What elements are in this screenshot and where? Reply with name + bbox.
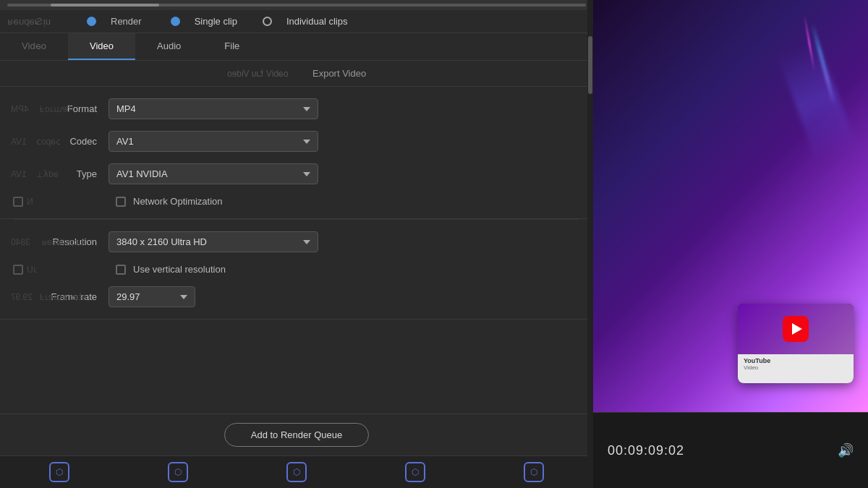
resolution-value: 3840 x 2160 Ultra HD xyxy=(116,236,207,247)
codec-select[interactable]: AV1 xyxy=(109,131,318,152)
individual-clips-label: Individual clips xyxy=(286,16,348,27)
ghost-vertical-checkbox xyxy=(13,265,23,275)
type-value: AV1 NVIDIA xyxy=(116,168,168,179)
network-opt-label: Network Optimization xyxy=(133,196,223,207)
yt-card-title: YouTube xyxy=(744,357,848,364)
use-vertical-label: Use vertical resolution xyxy=(133,264,226,275)
format-control: MP4 xyxy=(109,98,579,119)
use-vertical-checkbox[interactable] xyxy=(116,265,126,275)
format-value: MP4 xyxy=(116,103,136,114)
bottom-icon-1[interactable]: ⬡ xyxy=(49,462,69,482)
use-vertical-row: ɹU Use vertical resolution xyxy=(0,258,593,281)
yt-card-info: YouTube Video xyxy=(738,354,854,383)
type-chevron-icon xyxy=(303,172,310,176)
ghost-vertical-label: ɹU xyxy=(27,265,37,275)
codec-chevron-icon xyxy=(303,140,310,144)
ghost-format-value: 4PM xyxy=(11,104,29,114)
settings-tabs: oəbiV Video Audio File xyxy=(0,33,593,61)
tab-audio[interactable]: Audio xyxy=(135,33,203,60)
volume-icon[interactable]: 🔊 xyxy=(838,442,854,458)
add-to-render-queue-button[interactable]: Add to Render Queue xyxy=(224,423,369,447)
bottom-icon-4[interactable]: ⬡ xyxy=(405,462,425,482)
resolution-row: 3840 uoᴉʇnlosəᴚ Resolution 3840 x 2160 U… xyxy=(0,226,593,258)
single-clip-radio[interactable] xyxy=(87,17,96,26)
frame-rate-chevron-icon xyxy=(180,295,187,299)
ghost-codec-label: ɔəpoɔ xyxy=(36,137,61,147)
tab-video[interactable]: Video xyxy=(68,33,135,60)
ghost-fps-label: əṫɐɹ əɯɐɹℲ xyxy=(40,292,87,302)
render-queue-label: Add to Render Queue xyxy=(251,429,342,440)
yt-card-subtitle: Video xyxy=(744,364,848,371)
format-section: 4PM ṫɐɯɹoℲ Format MP4 1VA ɔəpoɔ Codec A xyxy=(0,87,593,219)
ghost-render-label: ɹəpuəᴚ xyxy=(7,16,38,27)
format-select[interactable]: MP4 xyxy=(109,98,318,119)
top-scrollbar[interactable] xyxy=(0,0,593,10)
codec-value: AV1 xyxy=(116,136,134,147)
yt-card-thumbnail xyxy=(738,304,854,354)
timecode-display: 00:09:09:02 xyxy=(608,443,684,458)
type-row: 1VA ədʎ⊥ Type AV1 NVIDIA xyxy=(0,158,593,190)
yt-play-triangle-icon xyxy=(792,323,802,335)
ghost-codec-value: 1VA xyxy=(11,137,27,147)
bottom-icon-3[interactable]: ⬡ xyxy=(286,462,307,482)
network-opt-row: N Network Optimization xyxy=(0,190,593,213)
ghost-res-value: 3840 xyxy=(11,237,30,247)
resolution-select[interactable]: 3840 x 2160 Ultra HD xyxy=(109,231,318,252)
yt-play-button xyxy=(783,316,809,342)
network-opt-checkbox[interactable] xyxy=(116,197,126,207)
codec-control: AV1 xyxy=(109,131,579,152)
single-clip-label: Single clip xyxy=(195,16,237,27)
format-chevron-icon xyxy=(303,107,310,111)
ghost-format-label: ṫɐɯɹoℲ xyxy=(40,104,71,114)
timeline-bar: 00:09:09:02 🔊 xyxy=(593,412,868,488)
ghost-single-label: uᴉS xyxy=(36,16,51,27)
frame-rate-row: 29.97 əṫɐɹ əɯɐɹℲ Frame rate 29.97 xyxy=(0,281,593,313)
bottom-icon-5[interactable]: ⬡ xyxy=(524,462,544,482)
neon-glow xyxy=(777,40,857,163)
codec-label: Codec xyxy=(14,136,109,147)
tab-video-ghost[interactable]: oəbiV xyxy=(0,33,68,60)
ghost-network-label: N xyxy=(27,197,33,207)
codec-row: 1VA ɔəpoɔ Codec AV1 xyxy=(0,125,593,158)
format-row: 4PM ṫɐɯɹoℲ Format MP4 xyxy=(0,93,593,125)
ghost-res-label: uoᴉʇnlosəᴚ xyxy=(42,237,83,247)
panel-scrollbar[interactable] xyxy=(587,0,593,488)
bottom-icon-2[interactable]: ⬡ xyxy=(168,462,188,482)
type-control: AV1 NVIDIA xyxy=(109,163,579,184)
export-video-label: Export Video xyxy=(312,68,366,79)
tab-file[interactable]: File xyxy=(203,33,261,60)
video-preview-panel: YouTube Video 00:09:09:02 🔊 xyxy=(593,0,868,488)
resolution-chevron-icon xyxy=(303,240,310,244)
individual-clips-radio[interactable] xyxy=(263,17,272,26)
single-clip-radio2[interactable] xyxy=(171,17,180,26)
bottom-icons-bar: ⬡ ⬡ ⬡ ⬡ ⬡ xyxy=(0,455,593,488)
ghost-fps-value: 29.97 xyxy=(11,292,33,302)
ghost-network-checkbox xyxy=(13,197,23,207)
ghost-type-value: 1VA xyxy=(11,169,27,179)
youtube-card: YouTube Video xyxy=(738,304,854,383)
render-options-row: ɹəpuəᴚ uᴉS Render Single clip Individual… xyxy=(0,10,593,33)
type-label: Type xyxy=(14,168,109,179)
resolution-section: 3840 uoᴉʇnlosəᴚ Resolution 3840 x 2160 U… xyxy=(0,220,593,320)
frame-rate-value: 29.97 xyxy=(116,291,140,302)
frame-rate-select[interactable]: 29.97 xyxy=(109,286,195,307)
video-preview: YouTube Video xyxy=(593,0,868,412)
resolution-control: 3840 x 2160 Ultra HD xyxy=(109,231,579,252)
ghost-type-label: ədʎ⊥ xyxy=(36,169,59,179)
section-header: oəbiV ṫɹu Video Export Video xyxy=(0,61,593,87)
export-settings-panel: ɹəpuəᴚ uᴉS Render Single clip Individual… xyxy=(0,0,593,488)
type-select[interactable]: AV1 NVIDIA xyxy=(109,163,318,184)
render-label: Render xyxy=(111,16,142,27)
bottom-action-bar: Add to Render Queue xyxy=(0,414,593,455)
scrollbar-thumb xyxy=(588,36,592,94)
frame-rate-control: 29.97 xyxy=(109,286,579,307)
